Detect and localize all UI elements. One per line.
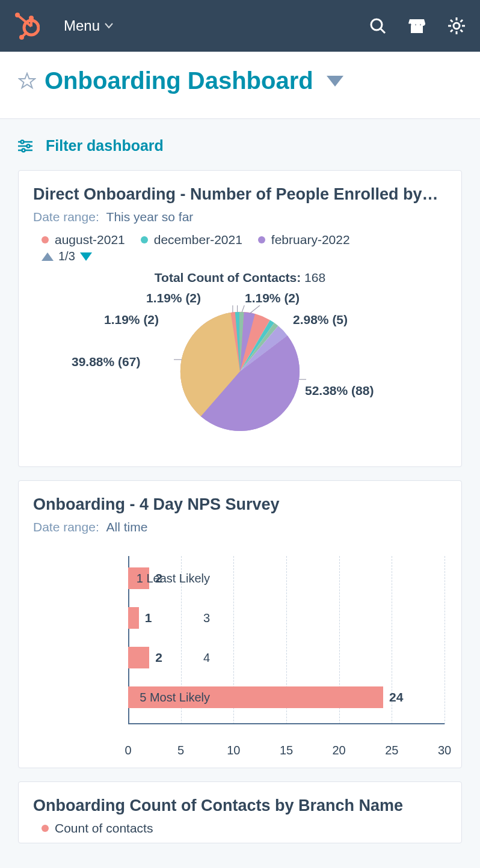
svg-line-15 — [451, 20, 453, 22]
range-value: This year so far — [106, 210, 194, 224]
slice-label: 2.98% (5) — [293, 313, 348, 327]
x-tick: 10 — [227, 744, 240, 757]
legend-item[interactable]: Count of contacts — [42, 821, 153, 836]
card-contacts-by-branch: Onboarding Count of Contacts by Branch N… — [18, 781, 462, 843]
date-range: Date range: All time — [33, 520, 447, 534]
bar-category: 5 Most Likely — [120, 691, 218, 704]
svg-line-18 — [451, 30, 453, 32]
menu-button[interactable]: Menu — [64, 17, 113, 34]
star-icon[interactable] — [18, 72, 36, 90]
card-direct-onboarding: Direct Onboarding - Number of People Enr… — [18, 170, 462, 467]
slice-label: 39.88% (67) — [72, 355, 140, 369]
slice-label: 1.19% (2) — [245, 291, 300, 305]
x-tick: 30 — [438, 744, 451, 757]
dashboard-title-bar: Onboarding Dashboard — [0, 52, 480, 119]
pie-legend: august-2021 december-2021 february-2022 — [33, 233, 447, 247]
svg-point-7 — [371, 19, 382, 30]
x-axis — [128, 723, 445, 724]
pager-next-icon[interactable] — [80, 252, 92, 261]
pie-total: Total Count of Contacts: 168 — [33, 270, 447, 285]
x-tick: 15 — [280, 744, 293, 757]
range-label: Date range: — [33, 210, 99, 224]
bar-category: 3 — [120, 611, 218, 625]
legend-dot-icon — [42, 825, 49, 832]
svg-point-24 — [22, 148, 25, 151]
marketplace-icon[interactable] — [408, 17, 426, 34]
legend-label: Count of contacts — [55, 821, 153, 836]
hubspot-logo-icon[interactable] — [14, 12, 40, 40]
legend-item[interactable]: august-2021 — [42, 233, 125, 247]
svg-line-27 — [242, 305, 245, 312]
bar-chart[interactable]: 1 Least Likely 2 3 1 4 2 5 Most Likely 2… — [33, 558, 447, 751]
svg-point-20 — [21, 140, 24, 143]
dashboard-title[interactable]: Onboarding Dashboard — [45, 67, 313, 94]
legend-dot-icon — [42, 236, 49, 243]
slice-label: 52.38% (88) — [305, 384, 374, 398]
total-value: 168 — [304, 270, 325, 284]
bar-category: 4 — [120, 651, 218, 665]
legend-dot-icon — [258, 236, 265, 243]
menu-label: Menu — [64, 17, 100, 34]
slice-label: 1.19% (2) — [104, 313, 159, 327]
svg-line-16 — [461, 30, 463, 32]
bar-row: 4 2 — [128, 638, 447, 677]
filter-dashboard-button[interactable]: Filter dashboard — [18, 137, 462, 154]
bar-value: 24 — [389, 690, 403, 704]
pager-text: 1/3 — [58, 249, 75, 263]
legend-label: december-2021 — [154, 233, 242, 247]
bar-row: 1 Least Likely 2 — [128, 558, 447, 598]
card-nps-survey: Onboarding - 4 Day NPS Survey Date range… — [18, 480, 462, 768]
search-icon[interactable] — [369, 17, 386, 34]
dashboard-dropdown-icon[interactable] — [327, 76, 343, 87]
legend: Count of contacts — [33, 821, 447, 836]
chevron-down-icon — [105, 21, 113, 31]
svg-point-6 — [19, 35, 24, 40]
app-topbar: Menu — [0, 0, 480, 52]
pie-chart[interactable]: 1.19% (2) 1.19% (2) 1.19% (2) 2.98% (5) … — [33, 293, 447, 450]
x-tick: 25 — [385, 744, 398, 757]
svg-line-17 — [461, 20, 463, 22]
range-label: Date range: — [33, 520, 99, 534]
pager-prev-icon[interactable] — [42, 252, 54, 261]
total-label: Total Count of Contacts: — [155, 270, 301, 284]
x-tick: 0 — [125, 744, 131, 757]
filter-icon — [18, 139, 32, 153]
legend-item[interactable]: december-2021 — [141, 233, 242, 247]
svg-rect-9 — [411, 25, 423, 33]
legend-label: february-2022 — [271, 233, 350, 247]
card-title: Onboarding Count of Contacts by Branch N… — [33, 796, 447, 815]
topbar-actions — [369, 17, 466, 35]
card-title: Direct Onboarding - Number of People Enr… — [33, 185, 447, 204]
legend-label: august-2021 — [55, 233, 125, 247]
range-value: All time — [106, 520, 148, 534]
card-title: Onboarding - 4 Day NPS Survey — [33, 495, 447, 514]
svg-point-10 — [454, 23, 460, 29]
x-tick: 20 — [333, 744, 346, 757]
legend-dot-icon — [141, 236, 148, 243]
svg-line-8 — [381, 29, 385, 33]
dashboard-content: Filter dashboard Direct Onboarding - Num… — [0, 119, 480, 843]
legend-item[interactable]: february-2022 — [258, 233, 350, 247]
legend-pager: 1/3 — [33, 249, 447, 263]
filter-label: Filter dashboard — [46, 137, 164, 154]
slice-label: 1.19% (2) — [146, 291, 201, 305]
bar-row: 5 Most Likely 24 — [128, 677, 447, 717]
svg-point-22 — [27, 144, 30, 147]
svg-line-28 — [250, 305, 260, 313]
bar-row: 3 1 — [128, 598, 447, 638]
x-tick: 5 — [177, 744, 184, 757]
gear-icon[interactable] — [448, 17, 466, 35]
date-range: Date range: This year so far — [33, 210, 447, 224]
bar-category: 1 Least Likely — [120, 572, 218, 585]
